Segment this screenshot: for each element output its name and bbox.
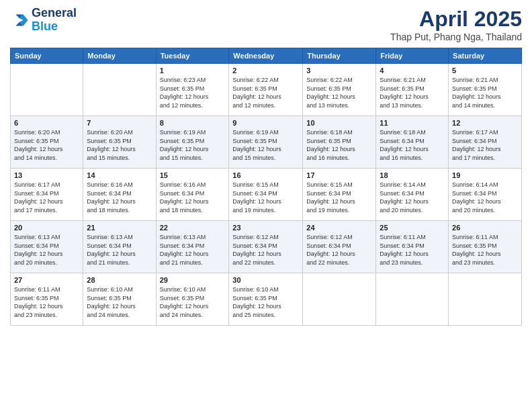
day-number: 1 — [160, 66, 226, 75]
day-info: Sunrise: 6:11 AMSunset: 6:35 PMDaylight:… — [452, 233, 518, 267]
day-cell-12: 12Sunrise: 6:17 AMSunset: 6:34 PMDayligh… — [449, 116, 522, 169]
day-info: Sunrise: 6:11 AMSunset: 6:35 PMDaylight:… — [14, 285, 79, 319]
day-number: 28 — [87, 276, 152, 284]
day-cell-4: 4Sunrise: 6:21 AMSunset: 6:35 PMDaylight… — [376, 64, 449, 116]
empty-cell — [449, 273, 522, 326]
day-number: 25 — [380, 224, 445, 232]
day-cell-13: 13Sunrise: 6:17 AMSunset: 6:34 PMDayligh… — [11, 169, 83, 221]
day-info: Sunrise: 6:23 AMSunset: 6:35 PMDaylight:… — [160, 76, 226, 109]
day-info: Sunrise: 6:16 AMSunset: 6:34 PMDaylight:… — [87, 181, 152, 214]
col-header-friday: Friday — [376, 48, 449, 64]
col-header-tuesday: Tuesday — [156, 48, 229, 64]
logo-text: General Blue — [32, 7, 77, 34]
day-cell-30: 30Sunrise: 6:10 AMSunset: 6:35 PMDayligh… — [229, 273, 303, 326]
day-info: Sunrise: 6:16 AMSunset: 6:34 PMDaylight:… — [160, 181, 226, 214]
col-header-saturday: Saturday — [449, 48, 522, 64]
day-info: Sunrise: 6:13 AMSunset: 6:34 PMDaylight:… — [87, 233, 152, 267]
day-info: Sunrise: 6:15 AMSunset: 6:34 PMDaylight:… — [306, 181, 372, 214]
day-number: 9 — [232, 119, 299, 127]
day-cell-5: 5Sunrise: 6:21 AMSunset: 6:35 PMDaylight… — [449, 64, 522, 116]
col-header-thursday: Thursday — [303, 48, 376, 64]
empty-cell — [83, 64, 156, 116]
day-info: Sunrise: 6:21 AMSunset: 6:35 PMDaylight:… — [452, 76, 518, 109]
day-number: 2 — [232, 66, 299, 75]
day-number: 21 — [87, 224, 152, 232]
title-block: April 2025 Thap Put, Phang Nga, Thailand — [390, 7, 522, 42]
week-row-4: 20Sunrise: 6:13 AMSunset: 6:34 PMDayligh… — [11, 221, 522, 273]
main-title: April 2025 — [390, 7, 522, 32]
day-cell-20: 20Sunrise: 6:13 AMSunset: 6:34 PMDayligh… — [11, 221, 83, 273]
subtitle: Thap Put, Phang Nga, Thailand — [390, 32, 522, 42]
day-cell-9: 9Sunrise: 6:19 AMSunset: 6:35 PMDaylight… — [229, 116, 303, 169]
day-number: 18 — [380, 171, 445, 179]
day-cell-19: 19Sunrise: 6:14 AMSunset: 6:34 PMDayligh… — [449, 169, 522, 221]
day-info: Sunrise: 6:12 AMSunset: 6:34 PMDaylight:… — [232, 233, 299, 267]
day-cell-10: 10Sunrise: 6:18 AMSunset: 6:35 PMDayligh… — [303, 116, 376, 169]
day-cell-23: 23Sunrise: 6:12 AMSunset: 6:34 PMDayligh… — [229, 221, 303, 273]
day-info: Sunrise: 6:20 AMSunset: 6:35 PMDaylight:… — [14, 128, 79, 162]
day-number: 13 — [14, 171, 79, 179]
day-number: 22 — [160, 224, 226, 232]
header: General Blue April 2025 Thap Put, Phang … — [10, 7, 522, 42]
day-info: Sunrise: 6:14 AMSunset: 6:34 PMDaylight:… — [452, 181, 518, 214]
day-number: 7 — [87, 119, 152, 127]
week-row-3: 13Sunrise: 6:17 AMSunset: 6:34 PMDayligh… — [11, 169, 522, 221]
day-info: Sunrise: 6:19 AMSunset: 6:35 PMDaylight:… — [232, 128, 299, 162]
day-info: Sunrise: 6:11 AMSunset: 6:34 PMDaylight:… — [380, 233, 445, 267]
day-number: 26 — [452, 224, 518, 232]
day-number: 6 — [14, 119, 79, 127]
day-info: Sunrise: 6:10 AMSunset: 6:35 PMDaylight:… — [87, 285, 152, 319]
day-info: Sunrise: 6:21 AMSunset: 6:35 PMDaylight:… — [380, 76, 445, 109]
day-cell-14: 14Sunrise: 6:16 AMSunset: 6:34 PMDayligh… — [83, 169, 156, 221]
day-number: 27 — [14, 276, 79, 284]
day-number: 16 — [232, 171, 299, 179]
day-number: 3 — [306, 66, 372, 75]
day-number: 17 — [306, 171, 372, 179]
day-cell-27: 27Sunrise: 6:11 AMSunset: 6:35 PMDayligh… — [11, 273, 83, 326]
calendar-header-row: SundayMondayTuesdayWednesdayThursdayFrid… — [11, 48, 522, 64]
day-cell-26: 26Sunrise: 6:11 AMSunset: 6:35 PMDayligh… — [449, 221, 522, 273]
day-cell-24: 24Sunrise: 6:12 AMSunset: 6:34 PMDayligh… — [303, 221, 376, 273]
day-info: Sunrise: 6:12 AMSunset: 6:34 PMDaylight:… — [306, 233, 372, 267]
day-info: Sunrise: 6:13 AMSunset: 6:34 PMDaylight:… — [160, 233, 226, 267]
day-number: 30 — [232, 276, 299, 284]
day-number: 8 — [160, 119, 226, 127]
day-info: Sunrise: 6:17 AMSunset: 6:34 PMDaylight:… — [452, 128, 518, 162]
day-info: Sunrise: 6:15 AMSunset: 6:34 PMDaylight:… — [232, 181, 299, 214]
day-cell-6: 6Sunrise: 6:20 AMSunset: 6:35 PMDaylight… — [11, 116, 83, 169]
day-cell-16: 16Sunrise: 6:15 AMSunset: 6:34 PMDayligh… — [229, 169, 303, 221]
day-cell-2: 2Sunrise: 6:22 AMSunset: 6:35 PMDaylight… — [229, 64, 303, 116]
day-cell-11: 11Sunrise: 6:18 AMSunset: 6:34 PMDayligh… — [376, 116, 449, 169]
day-cell-18: 18Sunrise: 6:14 AMSunset: 6:34 PMDayligh… — [376, 169, 449, 221]
day-info: Sunrise: 6:10 AMSunset: 6:35 PMDaylight:… — [232, 285, 299, 319]
empty-cell — [303, 273, 376, 326]
week-row-5: 27Sunrise: 6:11 AMSunset: 6:35 PMDayligh… — [11, 273, 522, 326]
day-number: 4 — [380, 66, 445, 75]
col-header-wednesday: Wednesday — [229, 48, 303, 64]
day-number: 11 — [380, 119, 445, 127]
calendar: SundayMondayTuesdayWednesdayThursdayFrid… — [10, 48, 522, 326]
day-info: Sunrise: 6:10 AMSunset: 6:35 PMDaylight:… — [160, 285, 226, 319]
day-cell-7: 7Sunrise: 6:20 AMSunset: 6:35 PMDaylight… — [83, 116, 156, 169]
day-cell-8: 8Sunrise: 6:19 AMSunset: 6:35 PMDaylight… — [156, 116, 229, 169]
col-header-monday: Monday — [83, 48, 156, 64]
day-cell-28: 28Sunrise: 6:10 AMSunset: 6:35 PMDayligh… — [83, 273, 156, 326]
day-number: 5 — [452, 66, 518, 75]
day-number: 19 — [452, 171, 518, 179]
day-cell-21: 21Sunrise: 6:13 AMSunset: 6:34 PMDayligh… — [83, 221, 156, 273]
day-number: 10 — [306, 119, 372, 127]
col-header-sunday: Sunday — [11, 48, 83, 64]
day-info: Sunrise: 6:19 AMSunset: 6:35 PMDaylight:… — [160, 128, 226, 162]
day-cell-17: 17Sunrise: 6:15 AMSunset: 6:34 PMDayligh… — [303, 169, 376, 221]
day-number: 23 — [232, 224, 299, 232]
day-number: 29 — [160, 276, 226, 284]
empty-cell — [376, 273, 449, 326]
empty-cell — [11, 64, 83, 116]
day-info: Sunrise: 6:18 AMSunset: 6:34 PMDaylight:… — [380, 128, 445, 162]
day-number: 14 — [87, 171, 152, 179]
day-number: 20 — [14, 224, 79, 232]
day-info: Sunrise: 6:22 AMSunset: 6:35 PMDaylight:… — [306, 76, 372, 109]
day-info: Sunrise: 6:20 AMSunset: 6:35 PMDaylight:… — [87, 128, 152, 162]
day-cell-3: 3Sunrise: 6:22 AMSunset: 6:35 PMDaylight… — [303, 64, 376, 116]
logo-icon — [10, 11, 29, 30]
